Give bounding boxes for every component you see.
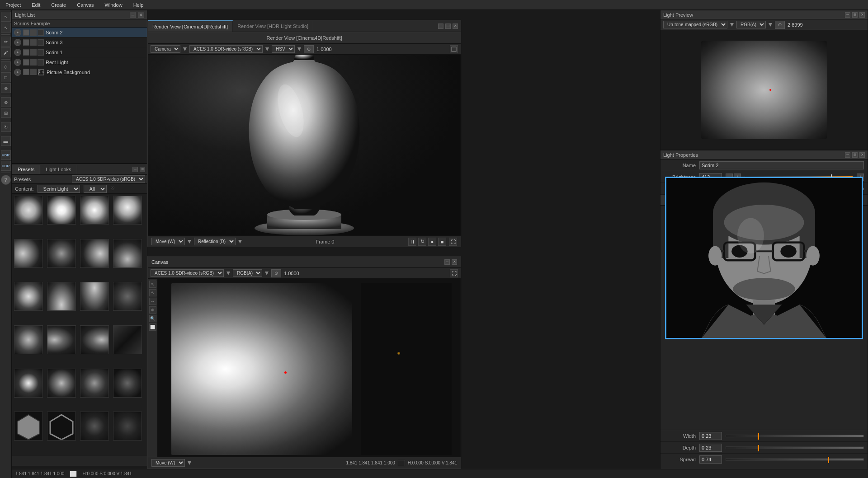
- canvas-exposure-btn[interactable]: ⊙: [271, 269, 281, 277]
- width-slider[interactable]: [726, 435, 864, 437]
- preset-item-22[interactable]: [47, 412, 76, 441]
- props-spread-input[interactable]: [699, 455, 722, 464]
- maximize-btn[interactable]: ⛶: [449, 238, 457, 246]
- render-expand-icon[interactable]: [450, 45, 458, 53]
- camera-dropdown[interactable]: Camera: [151, 45, 180, 53]
- preset-item-18[interactable]: [47, 369, 76, 398]
- toolbar-paint-btn[interactable]: ◇: [1, 61, 11, 71]
- refresh-btn[interactable]: ↻: [418, 238, 426, 246]
- props-depth-input[interactable]: [699, 444, 722, 452]
- toolbar-hdr2-btn[interactable]: HDR: [1, 161, 11, 171]
- preset-item-9[interactable]: [14, 282, 43, 311]
- toolbar-gradient-btn[interactable]: ▬: [1, 136, 11, 146]
- light-item-scrim3[interactable]: ● Scrim 3: [12, 37, 147, 47]
- depth-slider[interactable]: [726, 446, 864, 449]
- toolbar-select-btn[interactable]: ⊕: [1, 83, 11, 93]
- presets-format-dropdown[interactable]: ACES 1.0 SDR-video (sRGB): [72, 175, 145, 183]
- filter-heart-icon[interactable]: ♡: [110, 186, 115, 192]
- menu-create[interactable]: Create: [49, 1, 68, 9]
- preset-item-1[interactable]: [14, 196, 43, 225]
- canvas-tool-2[interactable]: ↖: [149, 289, 156, 296]
- preset-item-24[interactable]: [113, 412, 142, 441]
- preview-close-btn[interactable]: ✕: [859, 12, 865, 18]
- preset-item-20[interactable]: [113, 369, 142, 398]
- render-expand-btn[interactable]: □: [445, 23, 451, 29]
- stop-btn[interactable]: ■: [438, 238, 446, 246]
- record-btn[interactable]: ●: [428, 238, 436, 246]
- toolbar-clone-btn[interactable]: ⊞: [1, 108, 11, 118]
- canvas-minimize-btn[interactable]: ─: [444, 259, 450, 265]
- toolbar-stamp-btn[interactable]: ⊗: [1, 97, 11, 107]
- tab-hdr-light-studio[interactable]: Render View [HDR Light Studio]: [233, 20, 313, 32]
- toolbar-cursor-btn[interactable]: ↖: [1, 23, 11, 33]
- preset-item-3[interactable]: [80, 196, 109, 225]
- canvas-close-btn[interactable]: ✕: [452, 259, 457, 265]
- render-minimize-btn[interactable]: ─: [438, 23, 443, 29]
- move-dropdown[interactable]: Move (W): [151, 238, 185, 245]
- canvas-expand-btn[interactable]: ⛶: [450, 269, 458, 277]
- reflection-dropdown[interactable]: Reflection (D): [194, 238, 236, 245]
- preset-item-15[interactable]: [80, 325, 109, 354]
- light-item-scrim2[interactable]: ● Scrim 2: [12, 28, 147, 37]
- preset-item-2[interactable]: [47, 196, 76, 225]
- preset-item-19[interactable]: [80, 369, 109, 398]
- tab-presets[interactable]: Presets: [12, 165, 40, 174]
- content-type-dropdown[interactable]: Scrim Light: [38, 185, 80, 193]
- preset-item-21[interactable]: [14, 412, 43, 441]
- menu-canvas[interactable]: Canvas: [75, 1, 95, 9]
- toolbar-brush-btn[interactable]: 🖌: [1, 47, 11, 57]
- tab-light-looks[interactable]: Light Looks: [40, 165, 77, 174]
- canvas-move-dropdown[interactable]: Move (W): [151, 459, 185, 467]
- canvas-tool-3[interactable]: ↔: [149, 298, 156, 305]
- canvas-tool-4[interactable]: ⊕: [149, 306, 156, 314]
- canvas-tool-1[interactable]: ↖: [149, 281, 156, 288]
- preset-item-23[interactable]: [80, 412, 109, 441]
- preset-item-11[interactable]: [80, 282, 109, 311]
- preset-item-13[interactable]: [14, 325, 43, 354]
- light-list-close-btn[interactable]: ✕: [138, 12, 144, 18]
- light-item-scrim1[interactable]: ● Scrim 1: [12, 47, 147, 57]
- preset-item-8[interactable]: [113, 239, 142, 268]
- canvas-channel-dropdown[interactable]: RGB(A): [233, 269, 262, 277]
- filter-all-dropdown[interactable]: All: [84, 185, 107, 193]
- preview-float-btn[interactable]: ⊞: [852, 12, 858, 18]
- preset-item-4[interactable]: [113, 196, 142, 225]
- preset-item-16[interactable]: [113, 325, 142, 354]
- preview-format-dropdown[interactable]: Un-tone-mapped (sRGB): [663, 21, 727, 28]
- light-list-minimize-btn[interactable]: ─: [130, 12, 136, 18]
- props-close-btn[interactable]: ✕: [859, 152, 865, 158]
- preset-item-10[interactable]: [47, 282, 76, 311]
- toolbar-hdr-btn[interactable]: HDR: [1, 150, 11, 160]
- menu-help[interactable]: Help: [132, 1, 146, 9]
- channel-dropdown[interactable]: HSV: [272, 45, 295, 53]
- canvas-tool-6[interactable]: ⬜: [149, 323, 156, 331]
- exposure-btn[interactable]: ⊙: [304, 45, 314, 53]
- spread-slider[interactable]: [726, 458, 864, 461]
- preset-item-5[interactable]: [14, 239, 43, 268]
- toolbar-eraser-btn[interactable]: □: [1, 72, 11, 82]
- preview-exposure-btn[interactable]: ⊙: [775, 21, 785, 29]
- toolbar-rotate-btn[interactable]: ↻: [1, 122, 11, 132]
- props-width-input[interactable]: [699, 432, 722, 440]
- props-float-btn[interactable]: ⊞: [852, 152, 858, 158]
- render-close-btn[interactable]: ✕: [453, 23, 458, 29]
- preset-item-6[interactable]: [47, 239, 76, 268]
- tab-cinema4d-redshift[interactable]: Render View [Cinema4D|Redshift]: [148, 20, 233, 32]
- menu-window[interactable]: Window: [103, 1, 124, 9]
- preset-item-17[interactable]: [14, 369, 43, 398]
- preview-channel-dropdown[interactable]: RGB(A): [736, 21, 766, 28]
- format-dropdown[interactable]: ACES 1.0 SDR-video (sRGB): [189, 45, 263, 53]
- menu-edit[interactable]: Edit: [30, 1, 42, 9]
- light-item-picture-bg[interactable]: ● Picture Background: [12, 67, 147, 77]
- toolbar-help-btn[interactable]: ?: [1, 175, 11, 185]
- preview-minimize-btn[interactable]: ─: [845, 12, 850, 18]
- props-minimize-btn[interactable]: ─: [845, 152, 850, 158]
- toolbar-pencil-btn[interactable]: ✏: [1, 37, 11, 47]
- canvas-format-dropdown[interactable]: ACES 1.0 SDR-video (sRGB): [151, 269, 224, 277]
- light-item-rect[interactable]: ● Rect Light: [12, 57, 147, 67]
- play-pause-btn[interactable]: ⏸: [408, 238, 416, 246]
- preset-item-7[interactable]: [80, 239, 109, 268]
- preset-item-14[interactable]: [47, 325, 76, 354]
- canvas-tool-5[interactable]: 🔍: [149, 315, 156, 322]
- presets-minimize-btn[interactable]: ─: [132, 167, 138, 172]
